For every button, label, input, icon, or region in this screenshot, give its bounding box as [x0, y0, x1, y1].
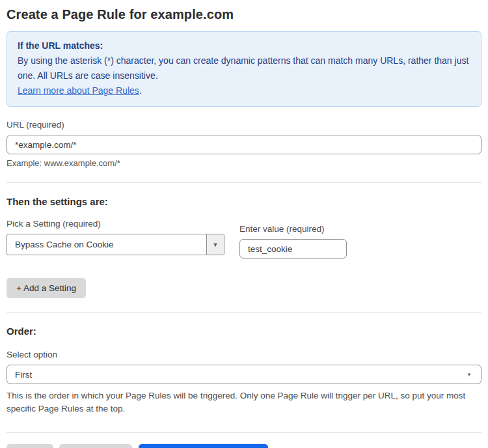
url-example-helper: Example: www.example.com/* — [7, 158, 481, 168]
info-box-body: By using the asterisk (*) character, you… — [18, 53, 470, 83]
url-field-label: URL (required) — [7, 120, 481, 130]
save-deploy-button[interactable]: Save and Deploy Page Rule — [139, 444, 269, 448]
settings-section-heading: Then the settings are: — [7, 183, 481, 207]
setting-select-label: Pick a Setting (required) — [7, 219, 224, 229]
chevron-down-icon[interactable]: ▼ — [206, 234, 224, 255]
setting-select-value: Bypass Cache on Cookie — [7, 234, 206, 255]
setting-select-column: Pick a Setting (required) Bypass Cache o… — [7, 207, 224, 255]
url-match-info-box: If the URL matches: By using the asteris… — [7, 31, 481, 107]
save-draft-button[interactable]: Save as Draft — [59, 444, 132, 448]
form-actions: Cancel Save as Draft Save and Deploy Pag… — [7, 444, 481, 448]
cancel-button[interactable]: Cancel — [7, 444, 53, 448]
link-suffix: . — [139, 85, 142, 96]
url-input[interactable] — [7, 135, 481, 154]
order-select-value: First — [15, 370, 467, 380]
order-section-heading: Order: — [7, 313, 481, 337]
info-box-heading: If the URL matches: — [18, 38, 470, 53]
page-title: Create a Page Rule for example.com — [7, 0, 481, 22]
divider — [7, 432, 481, 433]
info-box-link-line: Learn more about Page Rules. — [18, 83, 470, 98]
order-helper-text: This is the order in which your Page Rul… — [7, 389, 475, 415]
add-setting-wrap: + Add a Setting — [7, 278, 481, 298]
order-select-label: Select option — [7, 350, 481, 359]
order-select[interactable]: First ▼ — [7, 365, 481, 384]
setting-select[interactable]: Bypass Cache on Cookie ▼ — [7, 234, 224, 255]
setting-value-input[interactable] — [239, 239, 347, 259]
learn-more-link[interactable]: Learn more about Page Rules — [18, 85, 139, 96]
create-page-rule-form: Create a Page Rule for example.com If th… — [0, 0, 488, 448]
settings-row: Pick a Setting (required) Bypass Cache o… — [7, 207, 481, 259]
setting-value-label: Enter value (required) — [239, 224, 347, 234]
setting-value-column: Enter value (required) — [239, 207, 347, 259]
add-setting-button[interactable]: + Add a Setting — [7, 278, 86, 298]
chevron-down-icon: ▼ — [467, 372, 473, 378]
